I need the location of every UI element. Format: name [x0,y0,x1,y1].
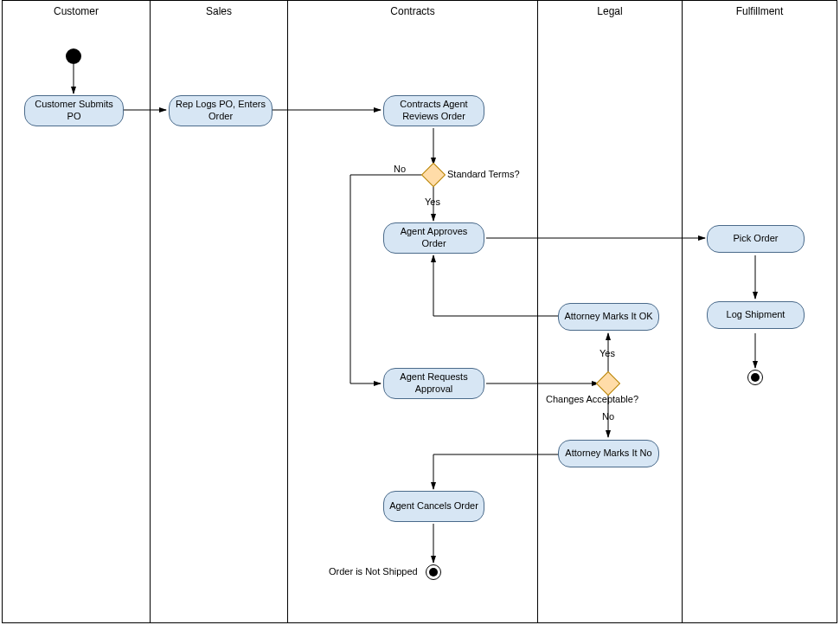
label-not-shipped: Order is Not Shipped [329,566,418,577]
end-node-fulfillment [747,370,763,385]
label-changes-acceptable: Changes Acceptable? [546,394,638,404]
node-agent-approves: Agent Approves Order [383,222,484,254]
lane-header-legal: Legal [537,0,683,23]
node-label: Attorney Marks It No [565,448,651,460]
node-label: Customer Submits PO [29,99,119,123]
lane-header-fulfillment: Fulfillment [682,0,837,23]
label-no-2: No [602,411,614,422]
node-label: Agent Cancels Order [389,500,478,512]
node-attorney-marks-no: Attorney Marks It No [558,440,659,467]
lane-header-customer: Customer [2,0,151,23]
node-label: Agent Requests Approval [388,371,480,396]
node-label: Attorney Marks It OK [564,311,652,323]
node-log-shipment: Log Shipment [707,301,805,329]
lane-label: Sales [206,5,232,17]
swimlane-diagram: Customer Sales Contracts Legal Fulfillme… [0,0,840,625]
lane-label: Legal [597,5,622,17]
lane-header-contracts: Contracts [287,0,538,23]
node-agent-cancels: Agent Cancels Order [383,491,484,522]
node-label: Rep Logs PO, Enters Order [173,99,268,123]
node-attorney-marks-ok: Attorney Marks It OK [558,303,659,331]
node-label: Log Shipment [727,309,785,321]
node-customer-submits-po: Customer Submits PO [24,95,124,126]
node-label: Pick Order [734,233,779,245]
node-pick-order: Pick Order [707,225,805,253]
lane-label: Contracts [390,5,434,17]
end-node-not-shipped [426,564,441,580]
start-node [66,48,81,64]
label-yes-1: Yes [425,197,440,207]
label-no-1: No [394,164,406,174]
label-standard-terms: Standard Terms? [447,169,520,179]
node-rep-logs-po: Rep Logs PO, Enters Order [169,95,273,126]
node-contracts-reviews: Contracts Agent Reviews Order [383,95,484,126]
node-label: Contracts Agent Reviews Order [388,99,480,123]
lane-label: Fulfillment [736,5,784,17]
node-agent-requests-approval: Agent Requests Approval [383,368,484,399]
lane-label: Customer [54,5,99,17]
lane-header-sales: Sales [150,0,288,23]
label-yes-2: Yes [600,348,615,358]
node-label: Agent Approves Order [388,226,480,250]
